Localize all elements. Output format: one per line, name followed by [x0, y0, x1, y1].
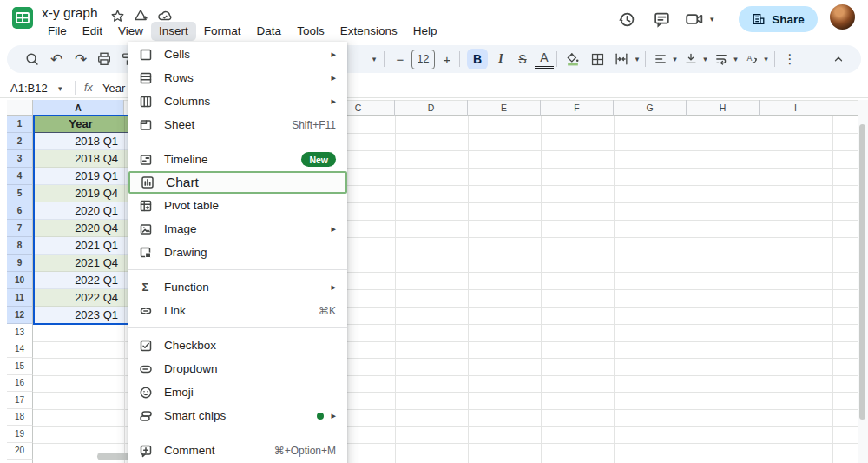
- name-box[interactable]: A1:B12: [10, 82, 48, 95]
- row-header-15[interactable]: 15: [7, 358, 33, 375]
- menubar-item-file[interactable]: File: [40, 22, 75, 41]
- row-header-18[interactable]: 18: [7, 409, 33, 427]
- vertical-scrollbar-thumb[interactable]: [859, 124, 865, 420]
- share-button[interactable]: Share: [739, 6, 818, 32]
- insert-menu-item-rows[interactable]: Rows▸: [128, 66, 347, 89]
- menubar-item-insert[interactable]: Insert: [151, 22, 196, 41]
- insert-menu-item-image[interactable]: Image▸: [128, 217, 347, 241]
- insert-menu-item-cells[interactable]: Cells▸: [128, 43, 347, 66]
- collapse-toolbar-icon[interactable]: [828, 45, 849, 73]
- account-avatar[interactable]: [830, 4, 855, 30]
- search-icon[interactable]: [22, 45, 43, 73]
- row-header-7[interactable]: 7: [7, 220, 33, 237]
- row-header-3[interactable]: 3: [7, 150, 33, 168]
- row-header-19[interactable]: 19: [7, 426, 33, 443]
- column-header-F[interactable]: F: [541, 100, 614, 116]
- font-size-input[interactable]: 12: [411, 50, 435, 69]
- row-header-9[interactable]: 9: [7, 255, 33, 272]
- merge-cells-button[interactable]: [611, 45, 632, 73]
- menubar-item-view[interactable]: View: [110, 22, 151, 41]
- column-header-G[interactable]: G: [614, 100, 687, 116]
- bold-button[interactable]: B: [467, 49, 488, 69]
- column-header-H[interactable]: H: [687, 100, 760, 116]
- row-header-16[interactable]: 16: [7, 375, 33, 393]
- row-header-1[interactable]: 1: [7, 116, 33, 133]
- row-header-12[interactable]: 12: [7, 307, 33, 324]
- vertical-align-caret-icon[interactable]: ▾: [700, 45, 711, 73]
- menubar-item-extensions[interactable]: Extensions: [332, 22, 405, 41]
- row-header-17[interactable]: 17: [7, 392, 33, 409]
- formula-bar-content[interactable]: Year: [102, 82, 125, 95]
- column-header-I[interactable]: I: [760, 100, 832, 116]
- cell-A7[interactable]: 2020 Q4: [33, 220, 128, 237]
- borders-button[interactable]: [587, 45, 608, 73]
- text-wrap-caret-icon[interactable]: ▾: [730, 45, 741, 73]
- insert-menu-item-function[interactable]: ΣFunction▸: [128, 275, 347, 299]
- insert-menu-item-timeline[interactable]: TimelineNew: [128, 148, 347, 171]
- insert-menu-item-pivot-table[interactable]: Pivot table: [128, 194, 347, 217]
- cell-A4[interactable]: 2019 Q1: [33, 168, 128, 185]
- insert-menu-item-emoji[interactable]: Emoji: [128, 380, 347, 404]
- meet-camera-icon[interactable]: [685, 10, 704, 29]
- insert-menu-item-smart-chips[interactable]: Smart chips▸: [128, 404, 347, 427]
- cell-A12[interactable]: 2023 Q1: [33, 307, 128, 324]
- text-wrap-button[interactable]: [712, 45, 731, 73]
- zoom-caret-icon[interactable]: ▾: [367, 45, 381, 73]
- cell-A3[interactable]: 2018 Q4: [33, 150, 128, 168]
- select-all-corner[interactable]: [7, 100, 33, 116]
- column-header-D[interactable]: D: [395, 100, 468, 116]
- menubar-item-help[interactable]: Help: [405, 22, 445, 41]
- cell-A8[interactable]: 2021 Q1: [33, 237, 128, 255]
- row-header-14[interactable]: 14: [7, 341, 33, 359]
- document-title[interactable]: x-y graph: [42, 5, 98, 21]
- column-header-A[interactable]: A: [33, 100, 124, 116]
- cell-A2[interactable]: 2018 Q1: [33, 133, 128, 150]
- strikethrough-button[interactable]: S: [513, 45, 532, 73]
- italic-button[interactable]: I: [491, 45, 510, 73]
- undo-icon[interactable]: ↶: [46, 45, 67, 73]
- row-header-10[interactable]: 10: [7, 272, 33, 289]
- column-header-E[interactable]: E: [468, 100, 541, 116]
- vertical-align-button[interactable]: [681, 45, 700, 73]
- cell-A11[interactable]: 2022 Q4: [33, 289, 128, 307]
- insert-menu-item-sheet[interactable]: SheetShift+F11: [128, 113, 347, 136]
- print-icon[interactable]: [94, 45, 115, 73]
- row-header-20[interactable]: 20: [7, 443, 33, 460]
- insert-menu-item-link[interactable]: Link⌘K: [128, 299, 347, 322]
- text-rotation-button[interactable]: A: [742, 45, 761, 73]
- row-header-4[interactable]: 4: [7, 168, 33, 185]
- meet-caret-icon[interactable]: ▾: [710, 15, 714, 23]
- horizontal-align-caret-icon[interactable]: ▾: [669, 45, 681, 73]
- row-header-6[interactable]: 6: [7, 202, 33, 220]
- cell-A6[interactable]: 2020 Q1: [33, 202, 128, 220]
- row-header-13[interactable]: 13: [7, 324, 33, 341]
- text-rotation-caret-icon[interactable]: ▾: [760, 45, 772, 73]
- row-header-5[interactable]: 5: [7, 185, 33, 202]
- insert-menu-item-columns[interactable]: Columns▸: [128, 89, 347, 113]
- more-options-icon[interactable]: ⋮: [781, 45, 799, 73]
- horizontal-align-button[interactable]: [651, 45, 670, 73]
- text-color-button[interactable]: A: [535, 50, 554, 69]
- row-header-11[interactable]: 11: [7, 289, 33, 307]
- merge-caret-icon[interactable]: ▾: [631, 45, 643, 73]
- increase-font-size-button[interactable]: +: [438, 45, 456, 73]
- row-header-2[interactable]: 2: [7, 133, 33, 150]
- row-header-21[interactable]: 21: [7, 460, 33, 463]
- cell-A10[interactable]: 2022 Q1: [33, 272, 128, 289]
- menubar-item-data[interactable]: Data: [249, 22, 290, 41]
- insert-menu-item-comment[interactable]: Comment⌘+Option+M: [128, 439, 347, 462]
- menubar-item-edit[interactable]: Edit: [75, 22, 110, 41]
- decrease-font-size-button[interactable]: −: [391, 45, 409, 73]
- cell-A1[interactable]: Year: [33, 116, 128, 133]
- comment-history-icon[interactable]: [652, 10, 671, 29]
- insert-menu-item-chart[interactable]: Chart: [128, 171, 347, 194]
- cell-A9[interactable]: 2021 Q4: [33, 255, 128, 272]
- menubar-item-tools[interactable]: Tools: [289, 22, 332, 41]
- cell-A5[interactable]: 2019 Q4: [33, 185, 128, 202]
- sheets-logo-icon[interactable]: [11, 6, 34, 30]
- insert-menu-item-drawing[interactable]: Drawing: [128, 241, 347, 264]
- insert-menu-item-dropdown[interactable]: Dropdown: [128, 357, 347, 380]
- menubar-item-format[interactable]: Format: [196, 22, 249, 41]
- fill-color-button[interactable]: [562, 45, 583, 73]
- version-history-icon[interactable]: [617, 10, 636, 29]
